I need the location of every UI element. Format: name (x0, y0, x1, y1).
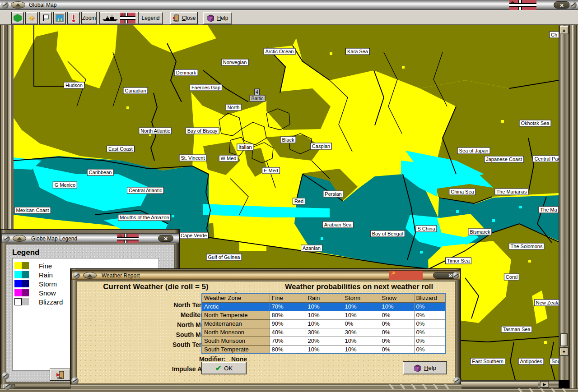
probability-cell: 0% (414, 319, 446, 328)
sea-zone-label-gulf-of-guinea: Gulf of Guinea (206, 254, 242, 261)
sea-zone-label-central-pacif: Central Pacif (533, 156, 559, 162)
probability-cell: 0% (380, 337, 414, 345)
naval-ensign-flag-icon: ✠ (117, 234, 139, 243)
table-header-cell: Blizzard (414, 294, 446, 302)
probability-cell: 0% (414, 311, 446, 319)
legend-swatch-dark (22, 262, 29, 269)
legend-swatch-dark (22, 280, 29, 287)
map-vertical-scrollbar[interactable]: ▲ ▼ (559, 25, 569, 380)
zone-cell: Arctic (202, 302, 270, 311)
sea-zone-label-tasman-sea: Tasman Sea (501, 326, 532, 333)
hex-grid-button[interactable] (11, 12, 24, 24)
window-frame-right (569, 25, 578, 388)
weather-button[interactable]: ☀ (25, 12, 38, 24)
table-row-north-monsoon[interactable]: North Monsoon40%30%30%0%0% (202, 328, 446, 337)
window-menu-button[interactable] (83, 272, 97, 279)
frame-hatch-decoration (387, 384, 454, 389)
probability-cell: 10% (306, 302, 343, 311)
weather-report-dialog: Weather Report ☭ ✕ Current Weather (die … (70, 268, 461, 389)
probability-cell: 0% (380, 345, 414, 354)
sea-zone-label-sea-of-japan: Sea of Japan (457, 148, 490, 154)
legend-item-label: Blizzard (39, 298, 63, 306)
help-book-icon: ? (207, 14, 214, 22)
sea-zone-label-the-ma: The Ma (538, 207, 559, 213)
table-header-cell: Storm (343, 294, 380, 302)
sea-zone-label-ch: Ch (549, 32, 559, 38)
legend-window-title: Globe Map Legend (31, 234, 77, 243)
ship-icon (102, 15, 118, 21)
counters-button[interactable]: 1-4 (53, 12, 66, 24)
current-weather-row: Modifier:None (82, 355, 285, 365)
global-map-titlebar: Global Map ✠ ✕ (0, 0, 578, 10)
flag-button[interactable] (39, 12, 52, 24)
screw-icon (569, 1, 577, 9)
table-header-cell: Rain (306, 294, 343, 302)
probability-cell: 0% (414, 328, 446, 337)
legend-item-label: Snow (39, 289, 56, 297)
table-header-row: Weather ZoneFineRainStormSnowBlizzard (202, 294, 446, 302)
window-menu-button[interactable] (11, 1, 25, 9)
legend-swatch-dark (22, 298, 29, 305)
legend-swatch-bright (14, 298, 22, 305)
sea-zone-label-new-zeala: New Zeala (534, 300, 559, 306)
sea-zone-label-coral: Coral (504, 274, 519, 281)
table-header-cell: Fine (270, 294, 306, 302)
probability-cell: 10% (306, 311, 343, 319)
ok-button[interactable]: ✔ OK (201, 362, 247, 374)
weather-sun-icon: ☀ (28, 14, 35, 23)
screw-icon (453, 377, 461, 384)
probability-cell: 0% (414, 345, 446, 354)
counter-range-icon: 1-4 (56, 14, 64, 22)
dialog-help-button[interactable]: ? Help (403, 361, 447, 374)
flag-icon (42, 14, 50, 22)
legend-button[interactable]: Legend (138, 12, 163, 24)
sea-zone-label-arctic-ocean: Arctic Ocean (264, 48, 296, 55)
sea-zone-label-north-atlantic: North Atlantic (139, 128, 172, 134)
legend-exit-button[interactable] (50, 369, 70, 381)
probability-cell: 0% (343, 319, 380, 328)
svg-text:?: ? (417, 366, 419, 370)
probability-cell: 10% (343, 337, 380, 345)
zoom-button[interactable]: Zoom (81, 12, 97, 24)
close-window-button[interactable]: ✕ (554, 1, 570, 9)
scroll-up-button[interactable]: ▲ (559, 26, 569, 34)
legend-swatch-dark (22, 271, 29, 278)
legend-close-button[interactable]: ✕ (158, 235, 173, 242)
probability-cell: 80% (270, 345, 306, 354)
sea-zone-label-antipodes: Antipodes (518, 358, 544, 365)
scroll-down-button[interactable]: ▼ (559, 347, 569, 356)
sea-zone-label-east-coast: East Coast (107, 146, 135, 152)
legend-heading: Legend (12, 248, 39, 257)
probability-cell: 0% (380, 328, 414, 337)
help-button[interactable]: ? Help (203, 12, 232, 24)
table-row-arctic[interactable]: Arctic70%10%10%10%0% (202, 302, 446, 311)
vertical-scroll-thumb[interactable] (560, 333, 568, 346)
table-row-south-monsoon[interactable]: South Monsoon70%20%10%0%0% (202, 337, 446, 345)
sea-zone-label-the-solomons: The Solomons (509, 243, 545, 250)
window-menu-button[interactable] (13, 235, 26, 242)
table-row-mediterranean[interactable]: Mediterranean90%10%0%0%0% (202, 319, 446, 328)
probabilities-heading: Weather probabilities on next weather ro… (266, 282, 452, 291)
naval-review-button[interactable]: ✠ (99, 12, 139, 24)
hex-icon (14, 14, 22, 22)
zone-cell: North Monsoon (202, 328, 270, 337)
probability-cell: 30% (306, 328, 343, 337)
probability-cell: 0% (380, 311, 414, 319)
screw-icon (1, 1, 9, 9)
sea-zone-label-caspian: Caspian (310, 143, 332, 150)
help-book-icon: ? (414, 364, 421, 372)
probability-cell: 20% (306, 337, 343, 345)
table-row-north-temperate[interactable]: North Temperate80%10%10%0%0% (202, 311, 446, 319)
legend-swatch-bright (14, 271, 22, 278)
thermometer-button[interactable] (67, 12, 80, 24)
toolbar: ☀ 1-4 Zoom ✠ Legend Close ? Help (0, 10, 578, 25)
sea-zone-label-azanian: Azanian (301, 245, 322, 252)
close-button[interactable]: Close (170, 12, 198, 24)
soviet-flag-icon: ☭ (389, 271, 423, 280)
probability-cell: 0% (414, 302, 446, 311)
current-weather-heading: Current Weather (die roll = 5) (88, 282, 224, 291)
scroll-right-button[interactable]: ▶ (540, 381, 549, 387)
sea-zone-label-faeroes-gap: Faeroes Gap (190, 84, 222, 91)
table-row-south-temperate[interactable]: South Temperate80%10%10%0%0% (202, 345, 446, 354)
table-header-cell: Snow (380, 294, 414, 302)
